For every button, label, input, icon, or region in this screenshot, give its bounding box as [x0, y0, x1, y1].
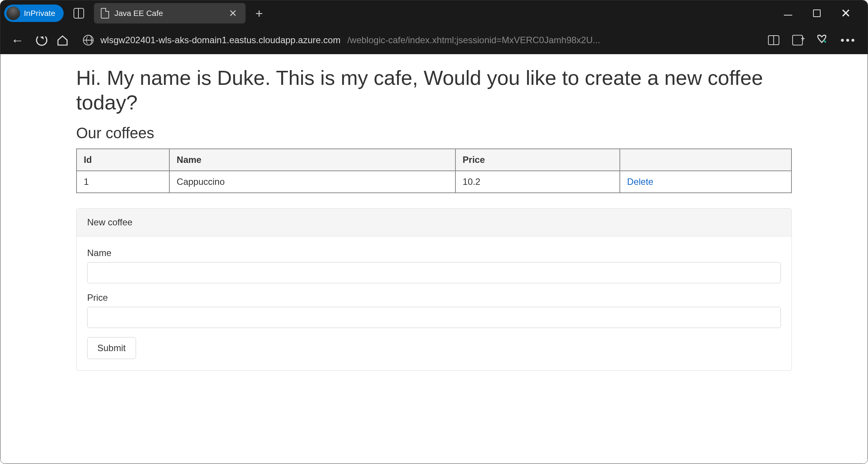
close-tab-icon[interactable]: ✕: [227, 8, 239, 19]
home-button[interactable]: [56, 34, 68, 46]
url-path: /weblogic-cafe/index.xhtml;jsessionid=Mx…: [347, 35, 601, 45]
browser-toolbar: ← wlsgw202401-wls-aks-domain1.eastus.clo…: [0, 26, 868, 54]
url-host: wlsgw202401-wls-aks-domain1.eastus.cloud…: [100, 35, 341, 45]
cell-price: 10.2: [455, 171, 620, 193]
th-name: Name: [169, 149, 455, 171]
tab-actions-icon[interactable]: [74, 8, 84, 19]
collections-icon[interactable]: [792, 35, 803, 45]
favorites-icon[interactable]: [816, 33, 828, 47]
coffee-table: Id Name Price 1 Cappuccino 10.2 Delete: [76, 148, 792, 193]
table-row: 1 Cappuccino 10.2 Delete: [77, 171, 791, 193]
title-bar: InPrivate Java EE Cafe ✕ + ✕: [0, 0, 868, 26]
new-coffee-panel: New coffee Name Price Submit: [76, 208, 792, 371]
page-content: Hi. My name is Duke. This is my cafe, Wo…: [0, 54, 868, 464]
minimize-button[interactable]: [781, 6, 795, 20]
back-button[interactable]: ←: [8, 33, 27, 48]
page-heading: Hi. My name is Duke. This is my cafe, Wo…: [76, 66, 792, 115]
toolbar-right: •••: [768, 33, 860, 47]
th-action: [620, 149, 791, 171]
delete-link[interactable]: Delete: [627, 177, 653, 187]
price-label: Price: [87, 292, 781, 303]
name-label: Name: [87, 248, 781, 258]
table-header-row: Id Name Price: [77, 149, 791, 171]
avatar-icon: [6, 6, 20, 20]
window-controls: ✕: [781, 6, 864, 20]
address-bar[interactable]: wlsgw202401-wls-aks-domain1.eastus.cloud…: [77, 35, 759, 45]
price-input[interactable]: [87, 307, 781, 328]
panel-title: New coffee: [77, 209, 791, 236]
browser-tab[interactable]: Java EE Cafe ✕: [94, 3, 246, 23]
panel-body: Name Price Submit: [77, 236, 791, 370]
maximize-button[interactable]: [810, 6, 824, 20]
tab-title: Java EE Cafe: [114, 9, 222, 18]
submit-button[interactable]: Submit: [87, 337, 136, 359]
cell-id: 1: [77, 171, 169, 193]
inprivate-badge[interactable]: InPrivate: [4, 5, 64, 22]
browser-window: InPrivate Java EE Cafe ✕ + ✕ ← wlsgw2024…: [0, 0, 868, 464]
th-price: Price: [455, 149, 620, 171]
th-id: Id: [77, 149, 169, 171]
new-tab-button[interactable]: +: [255, 6, 263, 21]
cell-name: Cappuccino: [169, 171, 455, 193]
refresh-button[interactable]: [36, 34, 47, 46]
more-menu-icon[interactable]: •••: [841, 34, 856, 46]
page-subheading: Our coffees: [76, 125, 792, 142]
globe-icon: [83, 35, 94, 45]
name-input[interactable]: [87, 262, 781, 283]
close-window-button[interactable]: ✕: [839, 6, 852, 20]
page-icon: [101, 8, 109, 19]
inprivate-label: InPrivate: [24, 9, 55, 18]
cell-action: Delete: [620, 171, 791, 193]
split-screen-icon[interactable]: [768, 35, 779, 45]
